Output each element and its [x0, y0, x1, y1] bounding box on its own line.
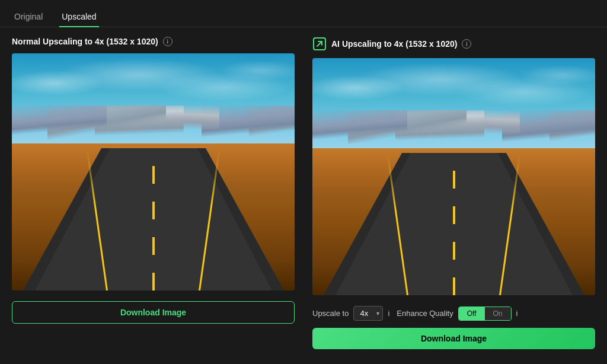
upscale-select[interactable]: 1x 2x 4x	[353, 306, 383, 321]
right-panel-header: AI Upscaling to 4x (1532 x 1020) i	[312, 37, 595, 51]
road-line-left	[86, 149, 107, 290]
enhance-info-icon[interactable]: i	[516, 309, 518, 318]
controls-row: Upscale to 1x 2x 4x ▾ i	[312, 306, 595, 321]
right-info-icon-header[interactable]: i	[462, 39, 471, 49]
left-desert-road-image	[12, 53, 295, 290]
enhance-toggle: Off On	[458, 306, 512, 321]
left-panel: Normal Upscaling to 4x (1532 x 1020) i	[12, 37, 304, 355]
left-download-button[interactable]: Download Image	[12, 301, 295, 324]
tab-upscaled[interactable]: Upscaled	[59, 7, 98, 27]
right-road-center-lines	[453, 153, 455, 295]
right-panel: AI Upscaling to 4x (1532 x 1020) i	[304, 37, 595, 355]
toggle-off-button[interactable]: Off	[459, 307, 485, 320]
left-panel-title: Normal Upscaling to 4x (1532 x 1020)	[12, 37, 158, 46]
upscale-select-wrapper: 1x 2x 4x ▾	[353, 306, 383, 321]
left-image-container	[12, 53, 295, 290]
right-road-line-right	[499, 154, 520, 295]
right-panel-title: AI Upscaling to 4x (1532 x 1020)	[331, 39, 457, 49]
ai-upscale-icon	[312, 37, 327, 51]
right-image-container	[312, 58, 595, 295]
tab-original[interactable]: Original	[12, 7, 45, 27]
left-panel-header: Normal Upscaling to 4x (1532 x 1020) i	[12, 37, 295, 46]
right-desert-road-image	[312, 58, 595, 295]
upscale-control-group: Upscale to 1x 2x 4x ▾ i	[312, 306, 389, 321]
upscale-info-icon[interactable]: i	[388, 309, 389, 318]
toggle-on-button[interactable]: On	[485, 307, 511, 320]
left-info-icon[interactable]: i	[163, 37, 172, 46]
app-container: Original Upscaled Normal Upscaling to 4x…	[0, 0, 607, 364]
enhance-label: Enhance Quality	[397, 309, 453, 318]
upscale-label: Upscale to	[312, 309, 349, 318]
main-content: Normal Upscaling to 4x (1532 x 1020) i	[0, 27, 607, 364]
right-road-layer	[312, 153, 595, 295]
right-download-button[interactable]: Download Image	[312, 328, 595, 349]
right-bottom-section: Upscale to 1x 2x 4x ▾ i	[312, 306, 595, 349]
road-line-right	[199, 149, 220, 290]
road-center-lines	[152, 148, 155, 290]
left-bottom-section: Download Image	[12, 301, 295, 324]
road-layer	[12, 148, 295, 290]
tab-bar: Original Upscaled	[0, 0, 607, 27]
right-road-line-left	[386, 154, 408, 295]
enhance-control-group: Enhance Quality Off On i	[397, 306, 517, 321]
